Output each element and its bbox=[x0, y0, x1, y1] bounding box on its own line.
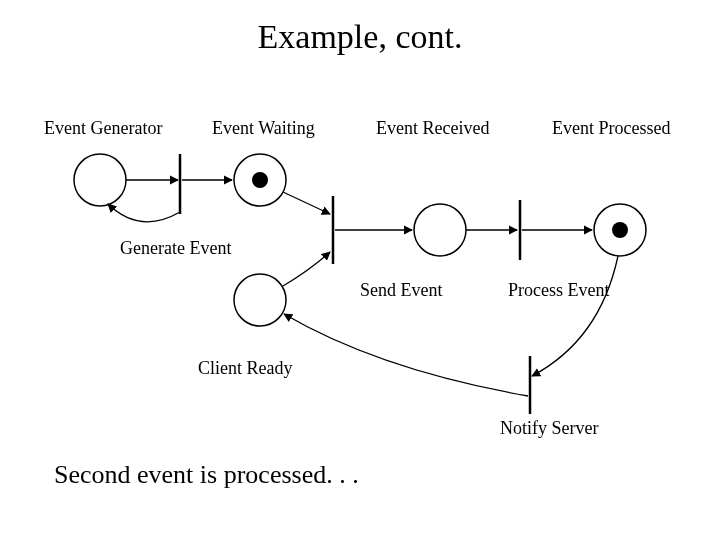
arc-cr-to-se bbox=[283, 252, 330, 286]
token-event-processed bbox=[612, 222, 628, 238]
arc-ew-to-se bbox=[283, 192, 330, 214]
place-event-received bbox=[414, 204, 466, 256]
arc-ge-to-eg bbox=[108, 204, 180, 222]
petri-net-diagram bbox=[0, 0, 720, 540]
arc-ep-to-ns bbox=[532, 256, 618, 376]
place-event-generator bbox=[74, 154, 126, 206]
place-client-ready bbox=[234, 274, 286, 326]
token-event-waiting bbox=[252, 172, 268, 188]
arc-ns-to-cr bbox=[284, 314, 528, 396]
